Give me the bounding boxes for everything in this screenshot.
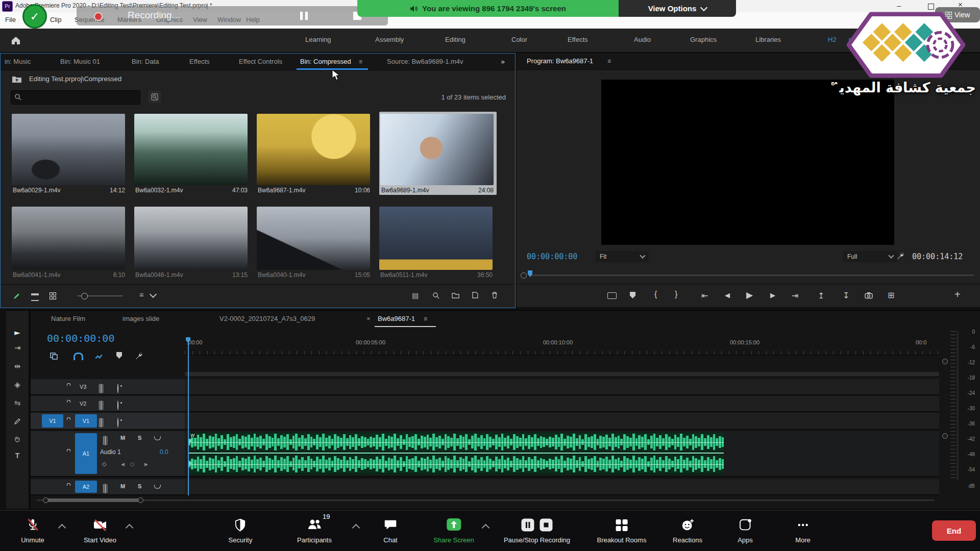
solo-button[interactable]: S [138,483,141,489]
sort-chevron-icon[interactable] [150,291,157,298]
audio-track-name[interactable]: Audio 1 [100,448,121,456]
add-marker-icon[interactable] [630,292,635,298]
hscroll-zoom-handle-right[interactable] [138,497,143,503]
comparison-view-icon[interactable]: ⊞ [888,290,894,300]
hscroll-zoom-handle-left[interactable] [43,497,48,503]
mark-in-icon[interactable]: { [654,290,657,299]
lift-icon[interactable]: ↥ [818,291,824,300]
find-icon[interactable] [432,292,439,299]
keyframe-square[interactable] [188,439,192,443]
vscroll-handle-top[interactable] [942,359,948,364]
timeline-hscrollbar-thumb[interactable] [46,498,141,502]
workspace-tab-h2[interactable]: H2 [828,36,837,43]
menu-file[interactable]: File [5,16,16,23]
clip-item[interactable]: Bw6a0040-1.m4v15:05 [257,207,372,279]
track-v1-content[interactable] [185,413,939,430]
add-marker-icon[interactable] [116,352,122,359]
sequence-tab-v2-0002[interactable]: V2-0002_20210724_A7s3_0629 [219,315,315,322]
pause-stop-recording-button[interactable]: Pause/Stop Recording [504,511,570,551]
track-output-icon[interactable] [105,484,106,493]
audio-options-caret[interactable] [58,524,66,532]
track-output-icon[interactable] [105,436,106,445]
tab-bin-music01[interactable]: Bin: Music 01 [60,58,100,65]
search-input[interactable] [11,90,140,105]
prev-keyframe-icon[interactable]: ◀ [121,462,125,467]
tab-bin-data[interactable]: Bin: Data [132,58,159,65]
tab-effects[interactable]: Effects [189,58,210,65]
go-to-out-icon[interactable]: ⇥ [792,291,798,300]
mute-button[interactable]: M [120,435,125,441]
timeline-ruler[interactable]: :00:00 00:00:05:00 00:00:10:00 00:00:15:… [185,337,939,355]
bin-up-icon[interactable] [12,75,22,83]
sequence-tab-nature-film[interactable]: Nature Film [51,315,85,322]
scrubber-zoom-handle[interactable] [521,272,527,279]
ripple-edit-tool-icon[interactable]: ⇹ [6,362,29,371]
timeline-playhead-line[interactable] [188,341,189,495]
workspace-tab-audio[interactable]: Audio [634,36,651,43]
clip-item[interactable]: Bw6a0041-1.m4v6:10 [12,207,127,279]
audio-gain-value[interactable]: 0.0 [160,448,168,456]
chat-button[interactable]: Chat [383,511,398,551]
settings-wrench-icon[interactable] [896,252,904,260]
breadcrumb[interactable]: Editing Test.prproj\Compressed [29,75,121,83]
new-item-icon[interactable] [472,292,478,298]
start-video-button[interactable]: Start Video [84,511,116,551]
track-output-icon[interactable] [101,400,102,410]
search-bin-button[interactable] [149,91,161,103]
icon-view-icon[interactable] [50,292,56,298]
step-forward-icon[interactable]: ▶ [770,291,775,299]
clear-trash-icon[interactable] [492,292,498,298]
clip-item[interactable]: Bw6a0046-1.m4v13:15 [134,207,250,279]
linked-selection-icon[interactable] [95,354,103,360]
share-screen-button[interactable]: Share Screen [433,511,474,551]
track-output-icon[interactable] [101,384,102,393]
type-tool-icon[interactable]: T [6,452,29,460]
menu-clip[interactable]: Clip [50,16,61,23]
writable-pencil-icon[interactable] [13,292,20,300]
new-bin-icon[interactable] [452,292,459,298]
extract-icon[interactable]: ↧ [843,291,849,300]
workspace-tab-graphics[interactable]: Graphics [690,36,717,43]
pause-recording-icon[interactable] [300,12,310,22]
automate-sequence-icon[interactable]: ▤ [412,291,419,299]
slip-tool-icon[interactable]: ⇋ [6,398,29,408]
track-target-a2[interactable]: A2 [75,481,97,493]
track-label-v3[interactable]: V3 [80,384,86,390]
playback-resolution-select[interactable]: Full [843,251,897,262]
clip-item-selected[interactable]: Bw6a9689-1.m4v24:08 [379,112,497,195]
program-scrubber-track[interactable] [529,274,974,276]
unmute-button[interactable]: Unmute [21,511,44,551]
toggle-track-visibility-icon[interactable] [117,384,118,393]
snap-magnet-icon[interactable] [74,353,83,360]
pen-tool-icon[interactable] [14,418,21,425]
minimize-button[interactable]: – [897,1,901,10]
timeline-hscrollbar-track[interactable] [37,499,934,501]
track-v3-content[interactable] [185,379,939,395]
track-output-icon[interactable] [101,418,102,428]
view-options-button[interactable]: View Options [619,0,736,17]
next-keyframe-icon[interactable]: ▶ [144,462,148,467]
workspace-tab-assembly[interactable]: Assembly [375,36,404,43]
apps-button[interactable]: Apps [738,511,753,551]
keyframe-square[interactable] [188,462,192,465]
close-sequence-icon[interactable]: × [366,315,371,322]
timeline-playhead-timecode[interactable]: 00:00:00:00 [47,332,114,344]
go-to-in-icon[interactable]: ⇤ [701,291,708,300]
reactions-button[interactable]: Reactions [673,511,702,551]
track-target-a1[interactable]: A1 [75,433,97,474]
safe-margins-icon[interactable] [607,292,617,299]
timeline-settings-wrench-icon[interactable] [135,352,143,360]
source-patch-v1[interactable]: V1 [42,414,63,428]
step-back-icon[interactable]: ◀ [725,291,730,299]
clip-item[interactable]: Bw6a0511-1.m4v36:50 [379,207,495,279]
add-button-icon[interactable]: + [954,289,961,300]
participants-options-caret[interactable] [352,524,360,532]
toggle-track-visibility-icon[interactable] [117,400,118,410]
program-current-timecode[interactable]: 00:00:00:00 [527,252,577,261]
sort-icon[interactable]: ≡ [139,291,143,299]
work-area-bar[interactable] [185,372,939,376]
clip-item[interactable]: Bw6a0029-1.m4v14:12 [12,114,127,194]
participants-button[interactable]: 19 Participants [297,511,332,551]
zoom-slider-handle[interactable] [81,293,88,299]
tab-source-monitor[interactable]: Source: Bw6a9689-1.m4v [387,58,463,65]
